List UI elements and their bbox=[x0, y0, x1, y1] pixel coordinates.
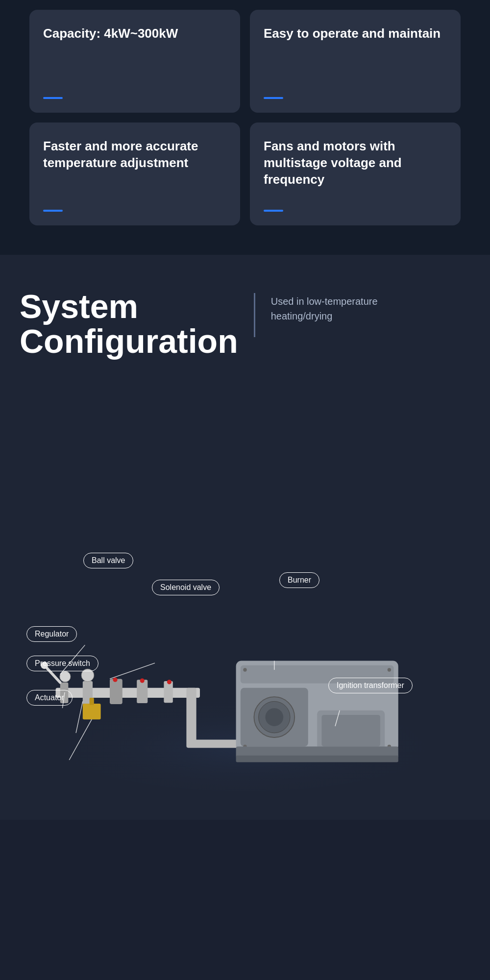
features-section: Capacity: 4kW~300kW Easy to operate and … bbox=[0, 0, 490, 255]
feature-card-easy-operate-text: Easy to operate and maintain bbox=[264, 25, 447, 42]
machine-illustration bbox=[20, 452, 470, 820]
label-solenoid-valve: Solenoid valve bbox=[152, 580, 220, 595]
diagram-area: Ball valve Solenoid valve Burner Regulat… bbox=[20, 379, 470, 820]
svg-line-33 bbox=[110, 663, 155, 679]
label-pressure-switch: Pressure switch bbox=[26, 656, 98, 671]
svg-rect-1 bbox=[56, 688, 200, 698]
svg-point-9 bbox=[113, 677, 117, 682]
label-ball-valve: Ball valve bbox=[83, 553, 133, 568]
features-grid: Capacity: 4kW~300kW Easy to operate and … bbox=[29, 10, 461, 225]
system-header: System Configuration Used in low-tempera… bbox=[20, 289, 470, 359]
svg-point-25 bbox=[388, 668, 391, 671]
svg-point-11 bbox=[167, 680, 172, 684]
svg-point-21 bbox=[265, 708, 283, 726]
label-ignition-transformer: Ignition transformer bbox=[328, 678, 413, 693]
system-title-block: System Configuration bbox=[20, 289, 238, 359]
system-title-line2: Configuration bbox=[20, 324, 238, 359]
svg-rect-29 bbox=[236, 756, 398, 762]
feature-card-fans-motors-text: Fans and motors with multistage voltage … bbox=[264, 138, 447, 188]
feature-card-fans-motors: Fans and motors with multistage voltage … bbox=[250, 122, 461, 225]
system-title-line1: System bbox=[20, 289, 238, 324]
svg-point-24 bbox=[243, 668, 246, 671]
svg-rect-4 bbox=[110, 679, 122, 704]
label-burner: Burner bbox=[279, 572, 319, 588]
system-configuration-section: System Configuration Used in low-tempera… bbox=[0, 255, 490, 820]
feature-card-fans-motors-line bbox=[264, 210, 283, 212]
feature-card-capacity-line bbox=[43, 97, 63, 99]
feature-card-easy-operate: Easy to operate and maintain bbox=[250, 10, 461, 113]
system-header-divider bbox=[254, 293, 255, 337]
feature-card-easy-operate-line bbox=[264, 97, 283, 99]
feature-card-capacity-text: Capacity: 4kW~300kW bbox=[43, 25, 226, 42]
label-actuator: Actuator bbox=[26, 690, 73, 706]
svg-rect-12 bbox=[83, 704, 101, 719]
feature-card-temperature-text: Faster and more accurate temperature adj… bbox=[43, 138, 226, 172]
svg-point-10 bbox=[140, 678, 145, 683]
svg-rect-14 bbox=[186, 688, 196, 742]
feature-card-temperature-line bbox=[43, 210, 63, 212]
system-description: Used in low-temperature heating/drying bbox=[271, 289, 428, 323]
svg-rect-15 bbox=[186, 739, 240, 748]
svg-rect-5 bbox=[137, 680, 147, 703]
svg-rect-13 bbox=[90, 698, 94, 705]
svg-rect-23 bbox=[321, 715, 380, 746]
label-regulator: Regulator bbox=[26, 626, 77, 642]
feature-card-capacity: Capacity: 4kW~300kW bbox=[29, 10, 240, 113]
feature-card-temperature: Faster and more accurate temperature adj… bbox=[29, 122, 240, 225]
svg-rect-6 bbox=[164, 681, 172, 703]
